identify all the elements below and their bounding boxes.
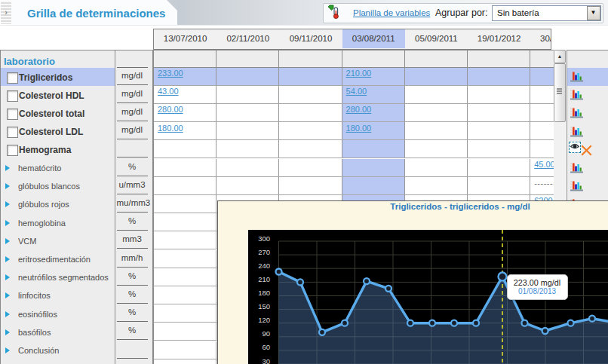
svg-text:90: 90 <box>262 329 270 338</box>
svg-text:120: 120 <box>258 316 270 324</box>
svg-text:60: 60 <box>262 343 270 351</box>
svg-text:300: 300 <box>258 234 270 243</box>
svg-text:150: 150 <box>258 302 270 310</box>
svg-text:210: 210 <box>258 275 270 283</box>
svg-text:180: 180 <box>258 289 270 297</box>
svg-text:30: 30 <box>262 357 270 364</box>
svg-text:240: 240 <box>258 262 270 270</box>
svg-text:270: 270 <box>258 248 270 256</box>
